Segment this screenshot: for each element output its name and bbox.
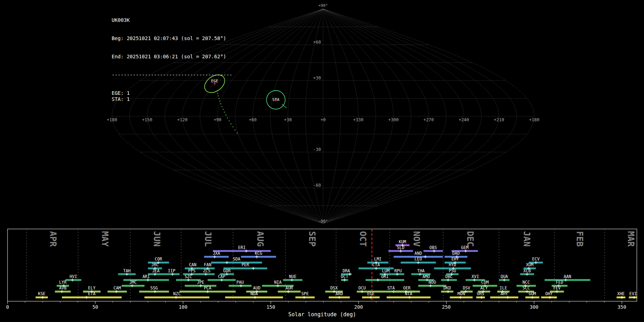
x-tick-label: 150: [267, 304, 275, 310]
shower-label: RPU: [394, 268, 402, 273]
shower-label: OHY: [545, 291, 553, 296]
shower-qua: QUA: [499, 274, 509, 282]
lat-label: -60: [313, 183, 321, 188]
month-label-feb: FEB: [575, 231, 585, 247]
lon-label: +60: [249, 117, 257, 122]
shower-label: DRA: [342, 268, 350, 273]
lat-label: +60: [313, 40, 321, 45]
shower-cap: CAP: [208, 274, 236, 282]
shower-label: JXA: [213, 251, 220, 256]
trail-dot: [235, 130, 236, 131]
shower-label: GUM: [529, 291, 536, 296]
shower-evi: EVI: [629, 291, 638, 299]
shower-label: NDA: [250, 291, 258, 296]
shower-bar: [490, 297, 518, 298]
shower-label: ARD: [336, 291, 343, 296]
x-tick-label: 350: [618, 304, 626, 310]
shower-label: AAN: [564, 274, 571, 279]
shower-obs: OBS: [424, 245, 443, 253]
shower-label: NTA: [405, 291, 413, 296]
shower-label: OER: [403, 286, 411, 291]
shower-label: PPS: [188, 268, 196, 273]
pole-label-south: -90°: [318, 219, 328, 224]
x-tick-label: 0: [6, 304, 9, 310]
shower-label: LEO: [415, 257, 422, 262]
shower-label: ALY: [480, 286, 488, 291]
shower-label: PER: [241, 262, 249, 267]
shower-label: XCB: [523, 268, 531, 273]
shower-label: ORI: [381, 274, 389, 279]
meridian-line: [235, 9, 323, 224]
shower-label: HVI: [70, 274, 77, 279]
month-label-may: MAY: [100, 231, 110, 247]
month-label-jan: JAN: [522, 231, 532, 247]
shower-label: AUD: [253, 286, 260, 291]
shower-label: ZCS: [203, 268, 210, 273]
shower-label: OCT: [341, 274, 348, 279]
shower-label: JEA: [152, 268, 160, 273]
lon-label: +330: [353, 117, 364, 122]
shower-label: ARI: [142, 274, 150, 279]
shower-label: LYR: [59, 280, 67, 285]
shower-label: AMO: [423, 274, 430, 279]
shower-xcb: XCB: [520, 268, 534, 276]
shower-label: CTA: [372, 262, 380, 267]
trail-dot: [230, 123, 231, 125]
shower-label: SLD: [397, 245, 405, 250]
shower-label: XHE: [617, 291, 625, 296]
trail-dot: [237, 133, 238, 134]
month-label-oct: OCT: [358, 231, 368, 247]
shower-oct: OCT: [341, 274, 348, 282]
shower-bar: [366, 279, 404, 281]
shower-label: SZC: [185, 274, 192, 279]
trail-dot: [229, 120, 230, 121]
shower-label: NCC: [522, 280, 530, 285]
lon-label: +0: [321, 117, 326, 122]
shower-label: NOO: [429, 280, 436, 285]
trail-dot: [227, 117, 228, 118]
shower-bar: [545, 279, 590, 281]
shower-label: JRC: [151, 262, 159, 267]
shower-label: PSU: [449, 268, 456, 273]
shower-label: SSG: [150, 286, 158, 291]
radiant-sta: STA: [267, 91, 285, 109]
shower-bar: [204, 256, 229, 258]
shower-label: EGE: [367, 291, 375, 296]
shower-label: PCA: [204, 286, 211, 291]
shower-label: NUE: [289, 274, 297, 279]
lon-label: +150: [142, 117, 152, 122]
shower-label: KSE: [38, 291, 45, 296]
shower-label: KCG: [255, 251, 262, 256]
shower-label: URS: [477, 291, 484, 296]
lon-label: +30: [284, 117, 292, 122]
shower-label: CAP: [218, 274, 225, 279]
month-label-apr: APR: [48, 231, 58, 247]
separator-line: ----------------------------------------: [112, 72, 232, 78]
trail-dot: [224, 112, 225, 113]
shower-label: LMI: [374, 257, 382, 262]
shower-label: COR: [155, 257, 162, 262]
shower-label: HYD: [449, 262, 456, 267]
month-label-nov: NOV: [411, 231, 421, 247]
lon-label: +120: [177, 117, 187, 122]
shower-rpu: RPU: [392, 268, 404, 276]
shower-bars: KUMERISLDOBSGEMJXAKCGANDDADCORSDALMILEOE…: [36, 239, 638, 299]
shower-label: KUM: [399, 239, 406, 244]
lon-label: +180: [107, 117, 117, 122]
shower-label: ETA: [88, 291, 96, 296]
lon-label: +240: [459, 117, 469, 122]
lon-label: +210: [494, 117, 504, 122]
shower-label: AUR: [286, 286, 293, 291]
station-id: UK003K: [112, 17, 232, 23]
x-tick-label: 100: [179, 304, 187, 310]
shower-label: GEM: [461, 245, 469, 250]
shower-label: DSX: [330, 286, 338, 291]
shower-nue: NUE: [283, 274, 302, 282]
trail-dot: [233, 126, 234, 127]
shower-urs: URS: [476, 291, 485, 299]
x-tick-label: 200: [354, 304, 363, 310]
shower-label: ELY: [88, 286, 96, 291]
shower-label: STA: [387, 286, 395, 291]
pole-label-north: +90°: [318, 3, 328, 8]
shower-label: GDR: [223, 268, 231, 273]
